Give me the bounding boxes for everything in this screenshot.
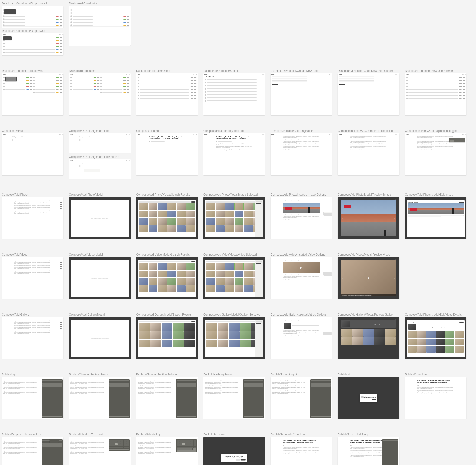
excerpt-input[interactable] — [42, 384, 62, 387]
calendar-day[interactable] — [179, 445, 182, 446]
thumbnail[interactable] — [235, 218, 244, 225]
thumbnail[interactable] — [148, 203, 158, 210]
gallery-slide-thumb[interactable] — [445, 331, 454, 338]
artboard[interactable]: Forbes — [69, 74, 131, 115]
calendar-day[interactable] — [177, 442, 179, 443]
list-item[interactable] — [406, 97, 465, 100]
calendar-day[interactable] — [124, 440, 126, 442]
thumbnail[interactable] — [148, 285, 158, 292]
view-button[interactable] — [367, 399, 371, 400]
publish-button[interactable] — [244, 416, 263, 417]
list-item[interactable] — [406, 91, 465, 94]
thumbnail[interactable] — [177, 285, 186, 292]
section-select[interactable] — [42, 381, 62, 382]
ampm-toggle[interactable] — [193, 448, 196, 450]
thumbnail[interactable] — [177, 271, 186, 278]
thumbnail[interactable] — [235, 263, 244, 270]
gallery-thumbnail[interactable] — [150, 323, 161, 331]
gallery-slide-thumb[interactable] — [374, 337, 385, 345]
thumbnail[interactable] — [206, 263, 215, 270]
thumbnail[interactable] — [177, 263, 186, 270]
thumbnail[interactable] — [148, 211, 158, 218]
add-embed-icon[interactable] — [60, 328, 62, 329]
artboard[interactable]: Search videos from our libraries and you… — [69, 257, 131, 299]
artboard[interactable]: × ‹ › — [338, 197, 399, 239]
more-actions-menu[interactable] — [50, 439, 59, 443]
artboard[interactable]: Forbes Add your headline... — [2, 133, 63, 175]
artboard[interactable] — [136, 197, 198, 239]
thumbnail[interactable] — [158, 218, 167, 225]
calendar[interactable] — [109, 439, 130, 451]
hashtag-input[interactable] — [109, 383, 129, 384]
list-item[interactable] — [138, 79, 197, 82]
inserted-gallery-card[interactable] — [283, 322, 320, 329]
list-item[interactable] — [406, 88, 465, 91]
calendar-day[interactable] — [121, 442, 124, 443]
dropdown-menu[interactable] — [5, 77, 17, 81]
list-item[interactable] — [33, 85, 62, 88]
thumbnail[interactable] — [186, 203, 195, 210]
thumbnail[interactable] — [177, 218, 186, 225]
calendar-day[interactable] — [115, 445, 118, 446]
hashtag-input[interactable] — [42, 383, 62, 384]
thumbnail[interactable] — [206, 278, 215, 285]
section-select[interactable] — [177, 381, 196, 382]
gallery-slide-thumb[interactable] — [417, 331, 426, 338]
thumbnail[interactable] — [158, 263, 167, 270]
next-arrow-icon[interactable]: › — [394, 337, 395, 339]
publish-button[interactable] — [42, 416, 62, 417]
artboard[interactable]: Forbes Best Birthday Ever? How In-N-Out … — [270, 437, 332, 465]
artboard[interactable]: Forbes Lorem ipsum dolor sit amet, conse… — [270, 377, 332, 419]
artboard[interactable]: Forbes Lorem ipsum dolor sit amet, conse… — [136, 377, 198, 419]
gallery-slide-thumb[interactable] — [408, 346, 417, 353]
calendar-day[interactable] — [121, 440, 124, 442]
thumbnail[interactable] — [244, 278, 253, 285]
list-item[interactable] — [3, 36, 62, 39]
channel-select[interactable] — [311, 380, 331, 381]
thumbnail[interactable] — [139, 203, 148, 210]
calendar-day[interactable] — [112, 442, 115, 443]
thumbnail[interactable] — [225, 225, 234, 232]
excerpt-input[interactable] — [311, 384, 331, 387]
thumbnail[interactable] — [244, 218, 253, 225]
calendar-day[interactable] — [185, 443, 187, 445]
list-item[interactable] — [71, 24, 129, 27]
calendar-day[interactable] — [191, 445, 193, 446]
calendar-day[interactable] — [118, 440, 120, 442]
artboard[interactable]: Forbes Lorem ipsum dolor sit amet, conse… — [270, 257, 332, 299]
list-item[interactable] — [205, 85, 264, 87]
thumbnail[interactable] — [148, 278, 158, 285]
excerpt-input[interactable] — [244, 384, 263, 387]
thumbnail[interactable] — [158, 278, 167, 285]
gallery-thumbnail[interactable] — [229, 340, 240, 347]
gallery-thumbnail[interactable] — [206, 340, 217, 347]
thumbnail[interactable] — [139, 278, 148, 285]
calendar-day[interactable] — [177, 443, 179, 445]
artboard[interactable]: Forbes Lorem ipsum dolor sit amet, conse… — [2, 257, 63, 299]
thumbnail[interactable] — [167, 211, 176, 218]
gallery-thumbnail[interactable] — [229, 331, 240, 339]
calendar-day[interactable] — [124, 443, 126, 445]
gallery-slide-thumb[interactable] — [455, 331, 464, 338]
calendar-day[interactable] — [191, 440, 193, 442]
calendar-day[interactable] — [188, 440, 191, 442]
calendar-day[interactable] — [118, 443, 120, 445]
calendar-day[interactable] — [188, 447, 191, 448]
channel-select[interactable] — [109, 380, 129, 381]
gallery-thumbnail[interactable] — [150, 331, 161, 339]
list-item[interactable] — [138, 85, 197, 88]
calendar-day[interactable] — [115, 443, 118, 445]
section-select[interactable] — [311, 381, 331, 382]
gallery-slide-thumb[interactable] — [341, 328, 352, 337]
thumbnail[interactable] — [216, 203, 225, 210]
list-item[interactable] — [71, 76, 100, 79]
thumbnail[interactable] — [206, 271, 215, 278]
artboard[interactable]: Forbes — [270, 74, 332, 115]
calendar-day[interactable] — [124, 447, 126, 448]
add-video-icon[interactable] — [60, 204, 62, 205]
list-item[interactable] — [33, 88, 62, 91]
toggle-button[interactable] — [450, 140, 454, 142]
artboard[interactable]: Search images from our libraries and you… — [69, 197, 131, 239]
thumbnail[interactable] — [216, 271, 225, 278]
add-embed-icon[interactable] — [60, 208, 62, 210]
